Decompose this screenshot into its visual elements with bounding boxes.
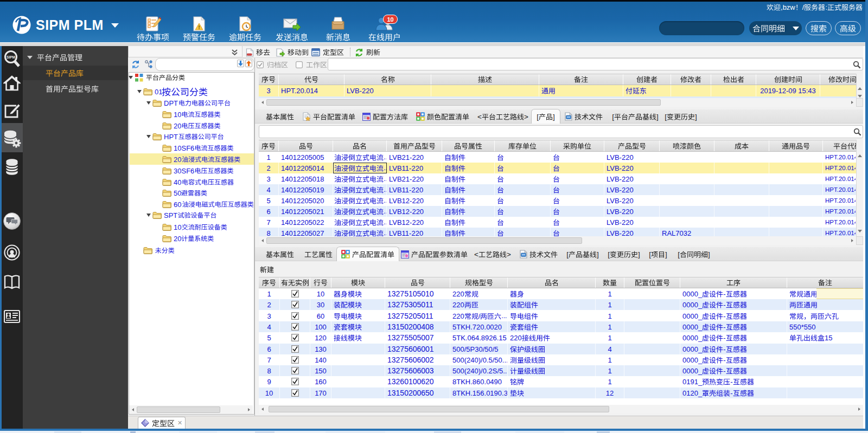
- svg-text:SIPM: SIPM: [7, 55, 15, 59]
